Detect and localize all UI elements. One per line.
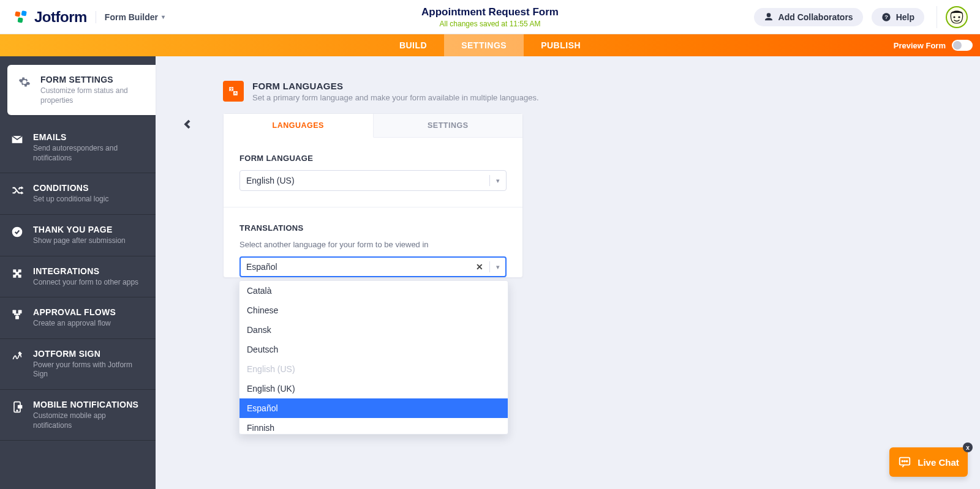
add-collaborators-label: Add Collaborators	[778, 12, 853, 22]
sidebar-item-title: EMAILS	[33, 132, 145, 142]
settings-sidebar: FORM SETTINGS Customize form status and …	[0, 56, 156, 489]
logo-text: Jotform	[34, 9, 87, 26]
sidebar-item-sub: Connect your form to other apps	[33, 278, 145, 288]
dropdown-option[interactable]: Deutsch	[239, 340, 508, 359]
tab-publish[interactable]: PUBLISH	[524, 34, 598, 56]
live-chat-close-badge[interactable]: x	[963, 442, 973, 452]
sidebar-item-emails[interactable]: EMAILS Send autoresponders and notificat…	[0, 122, 156, 173]
svg-point-20	[907, 461, 908, 462]
panel-tab-languages[interactable]: LANGUAGES	[224, 114, 374, 138]
spacer	[0, 115, 156, 122]
title-area: Appointment Request Form All changes sav…	[421, 6, 559, 28]
tab-settings[interactable]: SETTINGS	[444, 34, 524, 56]
svg-rect-1	[21, 10, 27, 16]
sidebar-item-sub: Set up conditional logic	[33, 195, 145, 204]
sidebar-item-mobile-notifications[interactable]: MOBILE NOTIFICATIONS Customize mobile ap…	[0, 390, 156, 441]
tab-publish-label: PUBLISH	[541, 40, 581, 50]
sidebar-item-title: THANK YOU PAGE	[33, 225, 145, 234]
chevron-down-icon: ▾	[496, 263, 500, 271]
svg-text:A: A	[234, 91, 237, 95]
topbar: Jotform Form Builder ▾ Appointment Reque…	[0, 0, 980, 34]
dropdown-option[interactable]: Chinese	[239, 300, 508, 320]
help-icon: ?	[881, 12, 891, 22]
collapse-sidebar-button[interactable]	[180, 118, 194, 133]
sidebar-item-title: MOBILE NOTIFICATIONS	[33, 400, 145, 409]
flow-icon	[10, 307, 24, 329]
topbar-right: Add Collaborators ? Help	[754, 6, 968, 28]
tab-build[interactable]: BUILD	[382, 34, 444, 56]
chevron-down-icon: ▾	[162, 13, 165, 20]
sidebar-item-sub: Customize mobile app notifications	[33, 411, 145, 430]
live-chat-label: Live Chat	[918, 457, 959, 468]
preview-form-label: Preview Form	[894, 41, 946, 50]
svg-rect-2	[17, 17, 23, 23]
svg-point-7	[958, 16, 960, 18]
main: FORM SETTINGS Customize form status and …	[0, 56, 980, 489]
svg-rect-9	[13, 310, 17, 314]
form-language-label: FORM LANGUAGE	[239, 154, 507, 163]
avatar-face-icon	[947, 7, 967, 27]
separator	[96, 11, 96, 23]
add-collaborators-button[interactable]: Add Collaborators	[754, 8, 863, 26]
svg-text:?: ?	[884, 14, 888, 20]
logo[interactable]: Jotform	[12, 9, 87, 26]
preview-form-toggle[interactable]	[952, 40, 973, 51]
sidebar-item-jotform-sign[interactable]: JOTFORM SIGN Power your forms with Jotfo…	[0, 339, 156, 390]
mode-label: Form Builder	[105, 12, 158, 22]
svg-rect-11	[15, 316, 19, 319]
build-settings-publish-tabs: BUILD SETTINGS PUBLISH Preview Form	[0, 34, 980, 56]
dropdown-option[interactable]: Español	[239, 398, 508, 418]
chevron-down-icon: ▾	[496, 177, 500, 185]
translations-desc: Select another language for your form to…	[239, 240, 507, 249]
translations-input[interactable]	[246, 262, 476, 272]
live-chat-button[interactable]: Live Chat x	[889, 447, 968, 477]
svg-point-19	[904, 461, 905, 462]
dropdown-option[interactable]: Dansk	[239, 320, 508, 340]
panel-tab-settings[interactable]: SETTINGS	[374, 114, 523, 138]
clear-icon[interactable]: ✕	[476, 262, 483, 272]
puzzle-icon	[10, 266, 24, 288]
panel-tabs: LANGUAGES SETTINGS	[224, 114, 522, 138]
sidebar-item-title: JOTFORM SIGN	[33, 349, 145, 359]
dropdown-option[interactable]: English (UK)	[239, 379, 508, 398]
sidebar-item-thank-you[interactable]: THANK YOU PAGE Show page after submissio…	[0, 215, 156, 256]
tab-build-label: BUILD	[399, 40, 427, 50]
sidebar-item-form-settings[interactable]: FORM SETTINGS Customize form status and …	[7, 65, 156, 115]
sidebar-item-sub: Power your forms with Jotform Sign	[33, 360, 145, 379]
separator	[937, 6, 937, 28]
form-language-value: English (US)	[246, 176, 295, 185]
svg-rect-0	[15, 11, 20, 17]
svg-point-6	[953, 16, 955, 18]
translations-dropdown[interactable]: CatalàChineseDanskDeutschEnglish (US)Eng…	[239, 280, 508, 435]
avatar[interactable]	[946, 6, 968, 28]
svg-point-18	[902, 461, 903, 462]
gear-icon	[17, 75, 32, 105]
chat-icon	[898, 455, 911, 469]
section-header: 文A FORM LANGUAGES Set a primary form lan…	[223, 81, 980, 102]
section-title: FORM LANGUAGES	[252, 81, 539, 91]
dropdown-option[interactable]: Català	[239, 281, 508, 300]
sidebar-item-sub: Show page after submission	[33, 236, 145, 246]
person-icon	[764, 12, 774, 22]
sidebar-item-title: FORM SETTINGS	[40, 75, 145, 84]
mode-selector[interactable]: Form Builder ▾	[105, 12, 165, 22]
svg-rect-14	[18, 405, 23, 409]
sidebar-item-title: CONDITIONS	[33, 183, 145, 193]
translations-select[interactable]: ✕ ▾	[239, 256, 507, 277]
sign-icon	[10, 349, 24, 379]
form-language-select[interactable]: English (US) ▾	[239, 170, 507, 191]
dropdown-option[interactable]: Finnish	[239, 418, 508, 435]
divider	[224, 207, 522, 207]
form-title[interactable]: Appointment Request Form	[421, 6, 559, 18]
svg-point-13	[17, 410, 18, 411]
languages-panel: LANGUAGES SETTINGS FORM LANGUAGE English…	[223, 113, 523, 278]
mail-icon	[10, 132, 24, 163]
separator	[489, 175, 490, 186]
sidebar-item-approval-flows[interactable]: APPROVAL FLOWS Create an approval flow	[0, 297, 156, 339]
help-button[interactable]: ? Help	[872, 8, 924, 26]
sidebar-item-sub: Create an approval flow	[33, 319, 145, 329]
sidebar-item-conditions[interactable]: CONDITIONS Set up conditional logic	[0, 173, 156, 215]
svg-text:文: 文	[229, 87, 233, 91]
sidebar-item-title: INTEGRATIONS	[33, 266, 145, 276]
sidebar-item-integrations[interactable]: INTEGRATIONS Connect your form to other …	[0, 256, 156, 298]
